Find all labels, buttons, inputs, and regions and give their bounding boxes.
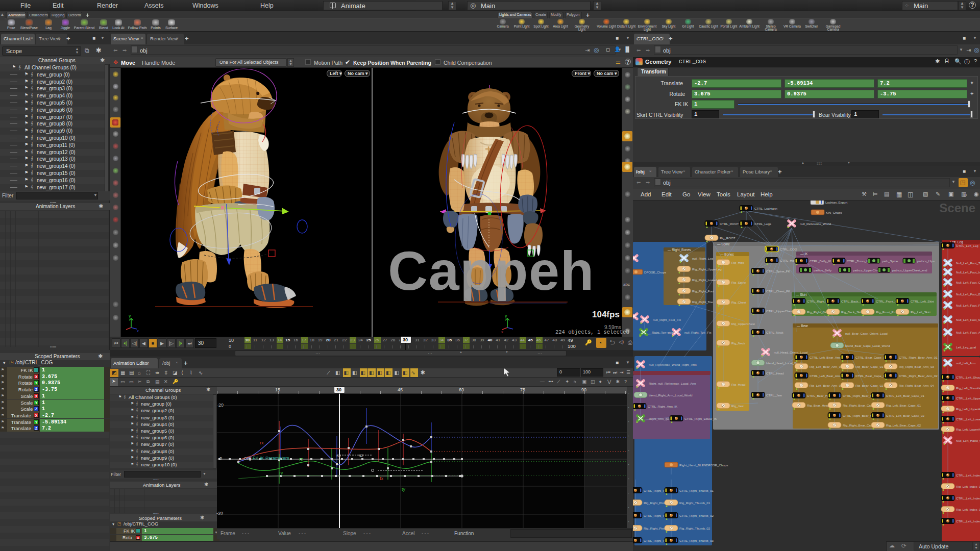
svg-text:Rig_Head: Rig_Head: [731, 383, 746, 386]
svg-text:Right_Arm_goal: Right_Arm_goal: [649, 417, 671, 420]
svg-text:Rig_Left_Bear_Cape_02: Rig_Left_Bear_Cape_02: [886, 423, 921, 427]
svg-text:pathcv_Belly: pathcv_Belly: [814, 268, 832, 272]
svg-text:sy: sy: [336, 453, 341, 458]
svg-text:ty: ty: [402, 487, 406, 492]
svg-text:Rig_Left_Index_02: Rig_Left_Index_02: [956, 508, 980, 511]
svg-text:Rig_UpperChest: Rig_UpperChest: [731, 322, 755, 325]
svg-text:Null_Left_Foot_Ankle: Null_Left_Foot_Ankle: [956, 331, 980, 334]
svg-text:Null_Left_Hand_Orie: Null_Left_Hand_Orie: [956, 439, 980, 442]
svg-text:x: x: [501, 330, 503, 334]
svg-text:— Right_Bones: — Right_Bones: [668, 248, 691, 252]
svg-text:Null_Left_Foot_Mid: Null_Left_Foot_Mid: [956, 318, 980, 321]
svg-text:Rig_Left_LowerArm: Rig_Left_LowerArm: [956, 428, 980, 431]
svg-text:null_Bear_Cape_Orient_Local: null_Bear_Cape_Orient_Local: [845, 332, 888, 335]
svg-text:ry: ry: [279, 470, 283, 475]
svg-text:Rig_Right_UpperLeg: Rig_Right_UpperLeg: [692, 267, 722, 271]
svg-text:pathcv_UpperChest_end: pathcv_UpperChest_end: [892, 268, 927, 272]
svg-text:null_Reference_World: null_Reference_World: [800, 222, 831, 226]
svg-text:CTRL_Right_Elbow_IK: CTRL_Right_Elbow_IK: [684, 417, 717, 420]
svg-text:Right_null_Reference_Local_Arm: Right_null_Reference_Local_Arm: [649, 382, 696, 385]
svg-text:Right_Toe_goal: Right_Toe_goal: [652, 331, 674, 334]
svg-text:pathcv_UpperChest: pathcv_UpperChest: [853, 268, 881, 272]
svg-text:rz: rz: [299, 457, 303, 462]
svg-text:rx: rx: [260, 440, 264, 445]
svg-text:— Bones: — Bones: [720, 253, 734, 256]
svg-text:Rig_Jaw: Rig_Jaw: [731, 404, 744, 408]
svg-text:FK IK Parameters: FK IK Parameters: [253, 456, 289, 461]
svg-text:null_Right_Toe_Fix: null_Right_Toe_Fix: [684, 331, 712, 334]
svg-text:CTRL_ROOT: CTRL_ROOT: [720, 222, 739, 226]
svg-text:null_Right_Leg: null_Right_Leg: [692, 257, 714, 260]
svg-text:Rig_Bear_Cape_01: Rig_Bear_Cape_01: [855, 365, 884, 368]
svg-text:CTRL_Left_UpperArm: CTRL_Left_UpperArm: [956, 396, 980, 400]
svg-text:Rig_Right_Thumb_01: Rig_Right_Thumb_01: [679, 501, 710, 505]
svg-text:CTRL_Left_Skirt: CTRL_Left_Skirt: [911, 299, 934, 303]
svg-text:Scene: Scene: [939, 201, 975, 215]
svg-text:CTRL_Bear_Cape_01: CTRL_Bear_Cape_01: [855, 356, 887, 359]
svg-text:Rig_Left_Skirt: Rig_Left_Skirt: [911, 310, 930, 314]
svg-text:DPOSE_Chops: DPOSE_Chops: [644, 270, 666, 274]
svg-text:CTRL_COG: CTRL_COG: [780, 247, 797, 251]
svg-text:CTRL_Left_Bear_Cape_01: CTRL_Left_Bear_Cape_01: [886, 394, 925, 397]
svg-text:CTRL_Right_Bear_Arm_02: CTRL_Right_Bear_Arm_02: [899, 374, 938, 378]
svg-text:Null_Left_Foot_Out: Null_Left_Foot_Out: [956, 281, 980, 284]
svg-text:Rig_Right_LowerLeg: Rig_Right_LowerLeg: [692, 278, 722, 282]
svg-text:CTRL_Head: CTRL_Head: [766, 371, 784, 375]
svg-text:null_Left_Arm: null_Left_Arm: [956, 361, 975, 365]
svg-text:CTRL_Right_Arm_IK: CTRL_Right_Arm_IK: [648, 405, 678, 408]
svg-text:sz: sz: [359, 453, 364, 458]
svg-text:CTRL_Left_LowerArm: CTRL_Left_LowerArm: [956, 417, 980, 421]
svg-text:Rig_Back_Skirt: Rig_Back_Skirt: [841, 310, 863, 314]
svg-text:blend_Bear_Cape_Local_World: blend_Bear_Cape_Local_World: [845, 344, 890, 347]
svg-text:Rig_Right_Thumb_02: Rig_Right_Thumb_02: [679, 527, 710, 530]
svg-text:blend_Right_Arm_Local_World: blend_Right_Arm_Local_World: [649, 393, 693, 397]
svg-text:KIN_Chops: KIN_Chops: [826, 211, 842, 214]
svg-text:Rig_Left_Bear_Arm_01: Rig_Left_Bear_Arm_01: [810, 365, 843, 368]
svg-text:Rig_Left_Index_01: Rig_Left_Index_01: [956, 485, 980, 488]
svg-text:Rig_Right_Bear_Arm_03: Rig_Right_Bear_Arm_03: [899, 365, 934, 368]
svg-text:CTRL_Torso_IK: CTRL_Torso_IK: [847, 259, 870, 263]
svg-text:Rig_Left_Bear_Cape_01: Rig_Left_Bear_Cape_01: [886, 404, 921, 407]
svg-text:y: y: [505, 313, 507, 318]
svg-text:— Spine: — Spine: [717, 242, 730, 246]
svg-text:CTRL_Spine_FK: CTRL_Spine_FK: [766, 269, 791, 273]
svg-text:null_Right_Foot_Fix: null_Right_Foot_Fix: [653, 318, 681, 321]
svg-text:Null_Left_Foot_In: Null_Left_Foot_In: [956, 270, 980, 274]
svg-text:null_Head_Orient_Local: null_Head_Orient_Local: [774, 350, 807, 354]
svg-text:Luchtan_Export: Luchtan_Export: [825, 201, 848, 204]
svg-text:CTRL_Right_Thumb_02: CTRL_Right_Thumb_02: [679, 514, 714, 517]
svg-text:CTRL_Left_Index_0: CTRL_Left_Index_0: [956, 496, 980, 500]
svg-text:Null_Left_Foot_Front: Null_Left_Foot_Front: [956, 304, 980, 307]
svg-text:CTRL_Hips: CTRL_Hips: [780, 259, 796, 262]
svg-text:Rig_ROOT: Rig_ROOT: [720, 236, 736, 240]
svg-text:CTRL_Left_Index_0: CTRL_Left_Index_0: [956, 473, 980, 477]
svg-text:cog: cog: [244, 456, 252, 461]
svg-text:Rig_Left_UpperArm: Rig_Left_UpperArm: [956, 407, 980, 411]
svg-text:CTRL_Neck: CTRL_Neck: [766, 331, 784, 334]
svg-text:null_Reference_World_Right_Arm: null_Reference_World_Right_Arm: [649, 363, 697, 366]
svg-text:Rig_Neck: Rig_Neck: [731, 341, 746, 345]
svg-text:path_Spine: path_Spine: [882, 259, 898, 263]
svg-text:Rig_Spine: Rig_Spine: [731, 281, 746, 284]
svg-text:CTRL_Right_Bear_Arm_01: CTRL_Right_Bear_Arm_01: [899, 356, 938, 359]
svg-text:Rig_Bear_Head: Rig_Bear_Head: [807, 404, 830, 407]
svg-text:CTRL_Left_Bear_Cape_02: CTRL_Left_Bear_Cape_02: [886, 414, 925, 417]
svg-text:z: z: [137, 329, 139, 333]
svg-text:Rig_Right_Skirt: Rig_Right_Skirt: [807, 310, 829, 314]
svg-text:CTRL_Belly_IK: CTRL_Belly_IK: [810, 259, 831, 263]
svg-text:CTRL_Left_Index_0: CTRL_Left_Index_0: [956, 519, 980, 523]
svg-text:y: y: [129, 313, 131, 318]
svg-text:Null_Left_Foot_Twist: Null_Left_Foot_Twist: [956, 261, 980, 265]
svg-text:CTRL_Right_Thumb_03: CTRL_Right_Thumb_03: [679, 539, 714, 542]
svg-text:— Skirt: — Skirt: [796, 293, 807, 296]
svg-text:CTRL_Left_Shoulder: CTRL_Left_Shoulder: [956, 375, 980, 379]
svg-text:pathcv_Hips: pathcv_Hips: [917, 259, 935, 263]
svg-text:CTRL_Chest_FK: CTRL_Chest_FK: [766, 289, 791, 293]
svg-text:Rig_Right_Foot: Rig_Right_Foot: [692, 289, 714, 293]
svg-text:CTRL_Left_Leg: CTRL_Left_Leg: [956, 244, 978, 247]
svg-text:Rig_Right_Bear_Arm_04: Rig_Right_Bear_Arm_04: [899, 384, 934, 387]
svg-text:CTRL_Bear_Cape_0: CTRL_Bear_Cape_0: [855, 374, 885, 378]
svg-text:Left_Leg_goal: Left_Leg_goal: [956, 345, 976, 349]
svg-text:Rig_Chest: Rig_Chest: [731, 300, 746, 304]
svg-text:CTRL_Luchtann: CTRL_Luchtann: [754, 207, 778, 210]
